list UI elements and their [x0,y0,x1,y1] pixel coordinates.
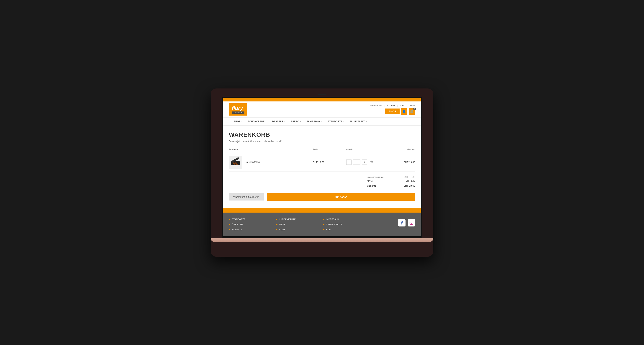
footer-link-impressum[interactable]: ▶ IMPRESSUM [323,218,368,220]
svg-point-5 [236,163,238,165]
chevron-down-icon: ▼ [300,121,302,122]
arrow-icon: ▶ [323,229,324,231]
chevron-down-icon: ▼ [366,121,367,122]
footer-link-datenschutz[interactable]: ▶ DATENSCHUTZ [323,223,368,226]
nav-item-dessert[interactable]: DESSERT ▼ [270,118,288,125]
quantity-decrease-button[interactable]: − [346,160,352,165]
footer-link-kontakt[interactable]: ▶ KONTAKT [229,229,274,231]
logo-sub: eifach fein [232,111,244,114]
subtotal-value: CHF 19.60 [400,176,415,178]
svg-point-9 [412,222,412,222]
arrow-icon: ▶ [276,223,278,225]
footer-link-kundenkarte[interactable]: ▶ KUNDENKARTE [276,218,321,220]
orange-divider [223,208,421,213]
col-header-total: Gesamt [384,148,415,153]
kontakt-link[interactable]: Kontakt [387,104,395,107]
summary-table: Zwischensumme CHF 19.60 MwSt. CHF 1.40 G… [367,175,415,188]
product-price: CHF 19.60 [313,161,324,164]
arrow-icon: ▶ [229,218,230,220]
arrow-icon: ▶ [229,229,230,231]
chevron-down-icon: ▼ [321,121,322,122]
arrow-icon: ▶ [276,218,278,220]
cart-badge: 1 [413,108,416,110]
shop-button[interactable]: SHOP [385,108,400,114]
logo-text: flury [232,105,243,111]
summary-tax: MwSt. CHF 1.40 [367,179,415,183]
facebook-icon-button[interactable] [398,219,406,227]
chevron-down-icon: ▼ [284,121,286,122]
facebook-icon [400,221,404,225]
top-bar [223,98,421,101]
footer-link-shop[interactable]: ▶ SHOP [276,223,321,226]
summary-subtotal: Zwischensumme CHF 19.60 [367,175,415,179]
nav-separator [229,120,229,123]
chevron-down-icon: ▼ [266,121,267,122]
arrow-icon: ▶ [323,223,324,225]
delete-item-button[interactable]: 🗑 [370,160,374,164]
page-title: WARENKORB [229,131,415,138]
footer-link-standorte[interactable]: ▶ STANDORTE [229,218,274,220]
chevron-down-icon: ▼ [241,121,242,122]
col-header-price: Preis [313,148,346,153]
nav-item-flurywelt[interactable]: FLURY WELT ▼ [347,118,370,125]
footer-col-3: ▶ IMPRESSUM ▶ DATENSCHUTZ ▶ AGB [323,218,368,231]
nav-item-schokolade[interactable]: SCHOKOLADE ▼ [245,118,270,125]
cart-icon-button[interactable]: 🛒 1 [409,108,415,115]
tax-label: MwSt. [367,180,377,182]
footer-col-social [370,218,415,231]
jobs-link[interactable]: Jobs [400,104,404,107]
cart-table: Produkte Preis Anzahl Gesamt [229,148,415,172]
product-name: Pralinen 200g [245,161,260,163]
instagram-icon-button[interactable] [408,219,415,227]
quantity-input[interactable] [353,160,360,165]
table-row: Pralinen 200g CHF 19.60 − + 🗑 [229,153,415,171]
arrow-icon: ▶ [276,229,278,231]
checkout-button[interactable]: Zur Kasse [267,193,415,201]
quantity-cell: − + 🗑 [346,160,384,165]
product-total: CHF 19.60 [404,161,415,164]
instagram-icon [410,221,414,225]
col-header-products: Produkte [229,148,313,153]
update-cart-button[interactable]: Warenkorb aktualisieren [229,193,264,201]
col-header-quantity: Anzahl [346,148,384,153]
site-footer: ▶ STANDORTE ▶ ÜBER UNS ▶ KONTAKT ▶ KUNDE… [223,213,421,236]
product-image [229,156,242,169]
top-links: Kundenkarte | Kontakt | Jobs | News [370,104,415,107]
kundenkarte-link[interactable]: Kundenkarte [370,104,382,107]
page-subtitle: Bestelle jetzt deine Artikel vor und hol… [229,140,415,143]
total-label: Gesamt [367,184,380,187]
arrow-icon: ▶ [229,223,230,225]
summary-total: Gesamt CHF 19.60 [367,183,415,188]
header-actions: SHOP 👤 🛒 1 [385,108,415,115]
nav-item-apero[interactable]: APÉRO ▼ [288,118,304,125]
nav-item-takeaway[interactable]: TAKE AWAY ▼ [304,118,325,125]
footer-link-agb[interactable]: ▶ AGB [323,229,368,231]
footer-link-news[interactable]: ▶ NEWS [276,229,321,231]
logo[interactable]: flury eifach fein [229,103,248,116]
subtotal-label: Zwischensumme [367,176,387,178]
nav-item-brot[interactable]: BROT ▼ [231,118,245,125]
site-header: flury eifach fein Kundenkarte | Kontakt … [223,101,421,118]
chevron-down-icon: ▼ [343,121,345,122]
main-nav: BROT ▼ SCHOKOLADE ▼ DESSERT ▼ APÉRO ▼ TA… [223,118,421,126]
user-icon: 👤 [402,110,406,113]
footer-link-uber-uns[interactable]: ▶ ÜBER UNS [229,223,274,226]
total-value: CHF 19.60 [400,184,415,187]
news-link[interactable]: News [410,104,415,107]
footer-col-1: ▶ STANDORTE ▶ ÜBER UNS ▶ KONTAKT [229,218,274,231]
footer-col-2: ▶ KUNDENKARTE ▶ SHOP ▶ NEWS [276,218,321,231]
main-content: WARENKORB Bestelle jetzt deine Artikel v… [223,126,421,208]
quantity-increase-button[interactable]: + [362,160,367,165]
cart-icon: 🛒 [410,110,414,113]
footer-social [370,218,415,227]
product-cell: Pralinen 200g [229,156,313,169]
svg-point-4 [234,164,235,165]
nav-item-standorte[interactable]: STANDORTE ▼ [325,118,347,125]
cart-summary: Zwischensumme CHF 19.60 MwSt. CHF 1.40 G… [229,175,415,188]
cart-actions: Warenkorb aktualisieren Zur Kasse [229,193,415,201]
header-right: Kundenkarte | Kontakt | Jobs | News SHOP… [370,104,415,115]
account-icon-button[interactable]: 👤 [401,108,407,115]
svg-rect-7 [410,221,413,224]
arrow-icon: ▶ [323,218,324,220]
tax-value: CHF 1.40 [400,180,415,182]
